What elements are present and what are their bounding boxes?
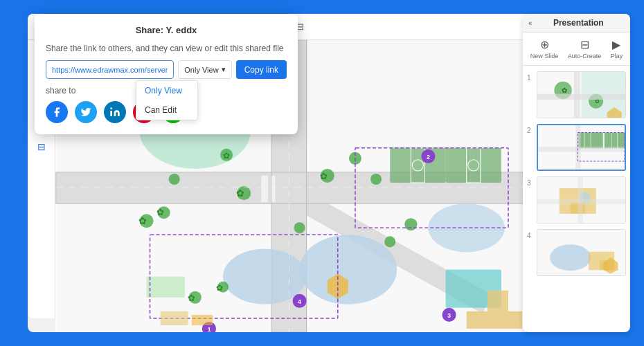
svg-text:✿: ✿ [216, 283, 223, 293]
slide-item-3[interactable]: 3 [527, 176, 626, 224]
svg-rect-11 [488, 291, 508, 311]
slide-number-3: 3 [527, 179, 534, 187]
auto-create-icon: ⊟ [580, 38, 589, 51]
slide-thumb-1[interactable]: ✿ ✿ [537, 71, 626, 118]
sidebar-present-icon[interactable]: ⊟ [32, 137, 51, 156]
svg-rect-69 [578, 132, 602, 148]
svg-point-29 [294, 222, 305, 233]
modal-link-row: Only View ▾ Copy link Only View Can Edit [46, 60, 287, 79]
slides-list: 1 ✿ ✿ 2 [523, 66, 630, 332]
permission-dropdown-menu: Only View Can Edit [136, 80, 198, 120]
svg-rect-81 [578, 177, 582, 224]
dropdown-arrow-icon: ▾ [222, 65, 226, 74]
new-slide-icon: ⊕ [540, 38, 549, 51]
twitter-share-button[interactable] [75, 101, 97, 123]
share-modal: Share: Y. eddx Share the link to others,… [35, 14, 298, 134]
svg-text:✿: ✿ [138, 215, 147, 226]
svg-rect-71 [605, 132, 625, 148]
svg-point-83 [550, 244, 591, 271]
svg-point-7 [300, 235, 397, 304]
panel-header: « Presentation [523, 14, 630, 33]
svg-text:✿: ✿ [223, 151, 230, 161]
svg-rect-54 [268, 176, 271, 202]
svg-rect-73 [538, 147, 625, 152]
permission-dropdown[interactable]: Only View ▾ [178, 60, 231, 79]
svg-text:2: 2 [427, 154, 430, 161]
slide-item-1[interactable]: 1 ✿ ✿ [527, 71, 626, 118]
auto-create-button[interactable]: ⊟ Auto-Create [565, 37, 605, 61]
auto-create-label: Auto-Create [568, 53, 602, 60]
slide-thumb-4[interactable] [537, 229, 626, 276]
panel-title: Presentation [533, 18, 625, 28]
svg-text:3: 3 [447, 312, 451, 319]
slide-number-1: 1 [527, 74, 534, 82]
new-slide-button[interactable]: ⊕ New Slide [528, 37, 562, 61]
svg-point-87 [110, 107, 112, 109]
link-input[interactable] [46, 60, 174, 79]
panel-toolbar: ⊕ New Slide ⊟ Auto-Create ▶ Play [523, 33, 630, 66]
svg-text:✿: ✿ [236, 188, 244, 199]
facebook-share-button[interactable] [46, 101, 68, 123]
dropdown-option-can-edit[interactable]: Can Edit [136, 100, 197, 120]
svg-rect-10 [467, 311, 522, 329]
svg-text:✿: ✿ [320, 171, 328, 181]
svg-rect-12 [390, 148, 445, 183]
svg-point-28 [169, 174, 180, 185]
svg-rect-57 [192, 315, 213, 325]
svg-point-18 [223, 248, 307, 304]
dropdown-label: Only View [184, 66, 218, 74]
svg-text:✿: ✿ [156, 207, 164, 217]
new-slide-label: New Slide [530, 53, 559, 60]
slide-number-4: 4 [527, 232, 534, 239]
linkedin-share-button[interactable] [104, 101, 126, 123]
play-button[interactable]: ▶ Play [608, 37, 626, 61]
svg-rect-55 [271, 176, 275, 202]
play-label: Play [611, 53, 623, 60]
copy-link-button[interactable]: Copy link [236, 60, 287, 79]
svg-point-26 [370, 174, 382, 185]
svg-text:✿: ✿ [188, 293, 195, 303]
modal-description: Share the link to others, and they can v… [46, 44, 287, 53]
svg-text:1: 1 [207, 326, 211, 332]
svg-rect-53 [261, 176, 268, 202]
slide-number-2: 2 [527, 127, 534, 134]
svg-rect-66 [574, 72, 580, 118]
svg-text:✿: ✿ [562, 86, 567, 94]
slide-item-4[interactable]: 4 [527, 229, 626, 276]
svg-point-31 [404, 218, 417, 230]
svg-rect-56 [161, 311, 188, 325]
slide-thumb-2[interactable] [537, 124, 626, 171]
svg-rect-19 [147, 277, 185, 298]
slide-thumb-3[interactable] [537, 176, 626, 224]
play-icon: ▶ [612, 38, 620, 51]
svg-rect-15 [446, 148, 501, 183]
svg-text:4: 4 [298, 298, 301, 305]
svg-rect-65 [537, 94, 625, 100]
slide-item-2[interactable]: 2 [527, 124, 626, 171]
modal-title: Share: Y. eddx [46, 25, 287, 35]
svg-point-30 [384, 236, 395, 247]
right-panel: « Presentation ⊕ New Slide ⊟ Auto-Create… [523, 14, 630, 332]
dropdown-option-only-view[interactable]: Only View [136, 81, 197, 100]
